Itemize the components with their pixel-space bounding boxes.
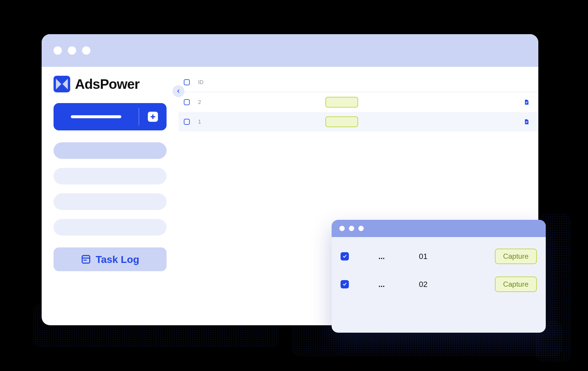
logo-icon: [54, 76, 70, 92]
popup-row-number: 01: [414, 252, 432, 261]
svg-rect-7: [526, 122, 528, 122]
table-row[interactable]: 1: [178, 112, 538, 132]
capture-button[interactable]: Capture: [495, 249, 537, 264]
primary-action-button[interactable]: [54, 103, 167, 130]
window-control[interactable]: [68, 46, 76, 55]
profiles-table: ID 2: [178, 73, 538, 132]
popup-row-dots: ...: [373, 280, 391, 289]
row-id: 1: [198, 119, 210, 125]
svg-rect-4: [526, 102, 528, 103]
chevron-left-icon: [176, 89, 181, 94]
sidebar: AdsPower Task Log: [42, 67, 178, 325]
svg-rect-5: [526, 103, 527, 103]
task-log-button[interactable]: Task Log: [54, 247, 167, 271]
popup-row-number: 02: [414, 280, 432, 289]
document-icon[interactable]: [523, 118, 529, 125]
window-control[interactable]: [358, 226, 364, 231]
capture-button[interactable]: Capture: [495, 277, 537, 292]
task-log-icon: [81, 254, 91, 264]
add-button[interactable]: [139, 112, 167, 122]
sidebar-item[interactable]: [54, 142, 167, 159]
popup-titlebar: [332, 220, 546, 237]
svg-rect-0: [82, 255, 90, 263]
sidebar-item[interactable]: [54, 219, 167, 236]
table-header: ID: [178, 73, 538, 92]
row-id: 2: [198, 99, 210, 105]
document-icon[interactable]: [523, 99, 529, 106]
app-name: AdsPower: [75, 76, 139, 92]
status-tag: [325, 97, 358, 108]
primary-action-label-placeholder: [71, 115, 121, 118]
select-all-checkbox[interactable]: [184, 79, 190, 85]
status-tag: [325, 116, 358, 127]
sidebar-item[interactable]: [54, 168, 167, 184]
window-control[interactable]: [54, 46, 62, 55]
check-icon: [342, 282, 347, 287]
popup-row-checkbox[interactable]: [341, 280, 349, 288]
task-log-label: Task Log: [96, 254, 139, 265]
popup-row-checkbox[interactable]: [341, 252, 349, 261]
popup-row-dots: ...: [373, 252, 391, 261]
main-titlebar: [42, 34, 538, 67]
window-control[interactable]: [82, 46, 90, 55]
row-checkbox[interactable]: [184, 119, 190, 125]
row-checkbox[interactable]: [184, 99, 190, 105]
popup-row: ... 01 Capture: [341, 242, 537, 270]
svg-rect-6: [526, 121, 528, 121]
window-control[interactable]: [339, 226, 345, 231]
logo: AdsPower: [54, 76, 167, 92]
svg-rect-3: [526, 102, 528, 102]
popup-row: ... 02 Capture: [341, 270, 537, 298]
sidebar-item[interactable]: [54, 193, 167, 210]
column-header-id: ID: [198, 79, 210, 86]
table-row[interactable]: 2: [178, 92, 538, 112]
svg-rect-8: [526, 123, 527, 123]
plus-icon: [148, 112, 158, 122]
popup-window: ... 01 Capture ... 02 Capture: [332, 220, 546, 333]
check-icon: [342, 254, 347, 259]
window-control[interactable]: [349, 226, 354, 231]
sidebar-collapse-button[interactable]: [173, 85, 184, 97]
